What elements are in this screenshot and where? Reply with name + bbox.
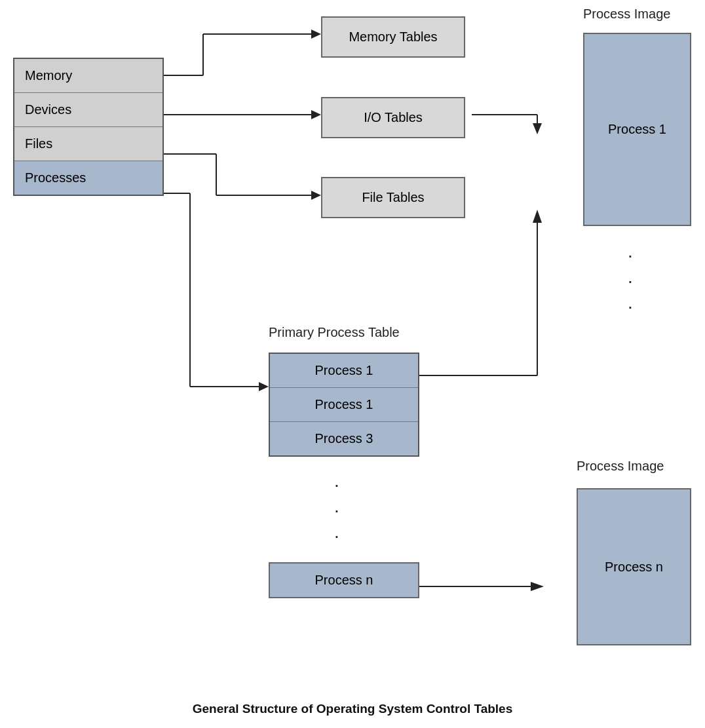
process-n-box: Process n bbox=[269, 562, 419, 598]
io-tables-box: I/O Tables bbox=[321, 97, 465, 138]
svg-marker-19 bbox=[533, 210, 542, 223]
dots-center: ··· bbox=[334, 472, 341, 549]
primary-table-row-1: Process 1 bbox=[270, 354, 418, 388]
os-table-group: Memory Devices Files Processes bbox=[13, 58, 164, 196]
svg-marker-9 bbox=[311, 191, 321, 200]
svg-marker-21 bbox=[531, 582, 544, 591]
os-table-files: Files bbox=[14, 127, 162, 161]
primary-table-row-3: Process 3 bbox=[270, 422, 418, 455]
memory-tables-box: Memory Tables bbox=[321, 16, 465, 58]
process-image-top-box: Process 1 bbox=[583, 33, 691, 226]
primary-process-table: Process 1 Process 1 Process 3 bbox=[269, 353, 419, 457]
dots-right: ··· bbox=[628, 242, 634, 320]
process-image-bottom-label: Process Image bbox=[577, 459, 664, 474]
svg-marker-5 bbox=[311, 110, 321, 119]
svg-marker-16 bbox=[533, 123, 542, 134]
svg-marker-3 bbox=[311, 29, 321, 39]
file-tables-box: File Tables bbox=[321, 177, 465, 218]
diagram-container: Memory Devices Files Processes Memory Ta… bbox=[0, 0, 705, 728]
primary-table-row-2: Process 1 bbox=[270, 388, 418, 422]
primary-process-table-label: Primary Process Table bbox=[269, 325, 400, 340]
os-table-processes: Processes bbox=[14, 161, 162, 195]
os-table-memory: Memory bbox=[14, 59, 162, 93]
process-image-bottom-box: Process n bbox=[577, 488, 691, 645]
svg-marker-13 bbox=[259, 382, 269, 391]
caption: General Structure of Operating System Co… bbox=[193, 702, 512, 716]
os-table-devices: Devices bbox=[14, 93, 162, 127]
process-image-top-label: Process Image bbox=[583, 7, 670, 22]
